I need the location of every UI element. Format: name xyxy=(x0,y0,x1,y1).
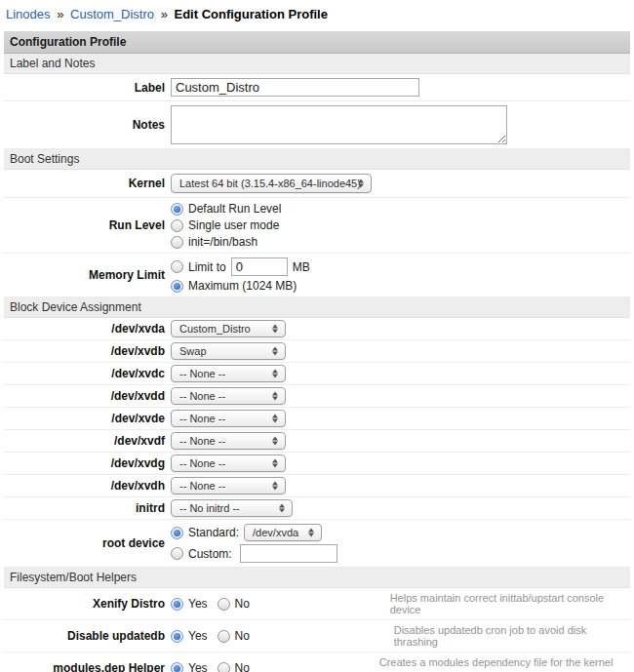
device-row-xvdh: /dev/xvdh -- None -- xyxy=(4,475,630,497)
run-level-single-user-radio[interactable] xyxy=(171,219,183,232)
xvda-select[interactable]: Custom_Distro xyxy=(171,320,286,337)
initrd-select[interactable]: -- No initrd -- xyxy=(171,499,293,517)
xvdd-field-label: /dev/xvdd xyxy=(4,389,165,403)
helper-row-modules-dep: modules.dep Helper Yes No Creates a modu… xyxy=(4,652,630,672)
disable-updatedb-no-radio[interactable] xyxy=(218,630,230,643)
select-stepper-icon xyxy=(272,370,279,378)
notes-row: Notes xyxy=(4,101,630,149)
breadcrumb: Linodes » Custom_Distro » Edit Configura… xyxy=(4,4,630,31)
memory-limit-field-label: Memory Limit xyxy=(4,268,165,282)
disable-updatedb-yes-label[interactable]: Yes xyxy=(188,629,208,643)
xvdh-select-value: -- None -- xyxy=(179,480,225,492)
root-standard-label[interactable]: Standard: xyxy=(188,526,239,539)
kernel-field-label: Kernel xyxy=(4,177,165,190)
run-level-single-user-label[interactable]: Single user mode xyxy=(188,218,279,232)
xenify-distro-field-label: Xenify Distro xyxy=(4,597,165,611)
device-row-xvdc: /dev/xvdc -- None -- xyxy=(4,363,630,385)
xenify-distro-yes-radio[interactable] xyxy=(171,598,183,611)
run-level-default-label[interactable]: Default Run Level xyxy=(188,202,281,216)
select-stepper-icon xyxy=(272,347,279,356)
xvde-select[interactable]: -- None -- xyxy=(171,410,286,427)
xvdb-field-label: /dev/xvdb xyxy=(4,344,165,358)
xvdc-select[interactable]: -- None -- xyxy=(171,365,286,382)
xvde-field-label: /dev/xvde xyxy=(4,412,165,425)
xvdf-field-label: /dev/xvdf xyxy=(4,434,165,448)
modules-dep-no-radio[interactable] xyxy=(218,662,230,672)
xvdb-select[interactable]: Swap xyxy=(171,342,286,360)
device-row-xvda: /dev/xvda Custom_Distro xyxy=(4,318,630,340)
root-standard-radio[interactable] xyxy=(171,527,183,539)
breadcrumb-link-linodes[interactable]: Linodes xyxy=(6,7,51,21)
select-stepper-icon xyxy=(272,415,279,423)
modules-dep-yes-label[interactable]: Yes xyxy=(188,661,208,672)
memory-maximum-radio[interactable] xyxy=(171,280,183,293)
device-row-xvdd: /dev/xvdd -- None -- xyxy=(4,385,630,408)
config-profile-header: Configuration Profile xyxy=(4,31,630,54)
disable-updatedb-yes-radio[interactable] xyxy=(171,630,183,643)
xvdf-select[interactable]: -- None -- xyxy=(171,432,286,450)
select-stepper-icon xyxy=(272,392,279,401)
page: Linodes » Custom_Distro » Edit Configura… xyxy=(0,0,634,672)
modules-dep-field-label: modules.dep Helper xyxy=(4,661,165,672)
device-row-xvde: /dev/xvde -- None -- xyxy=(4,408,630,430)
xvdh-select[interactable]: -- None -- xyxy=(171,477,286,494)
page-title: Edit Configuration Profile xyxy=(174,7,327,21)
select-stepper-icon xyxy=(272,325,279,334)
initrd-select-value: -- No initrd -- xyxy=(179,502,240,514)
disable-updatedb-help-text: Disables updatedb cron job to avoid disk… xyxy=(394,624,630,648)
select-stepper-icon xyxy=(272,437,279,446)
run-level-init-bash-label[interactable]: init=/bin/bash xyxy=(188,235,258,249)
xvdg-select[interactable]: -- None -- xyxy=(171,455,286,472)
device-row-xvdf: /dev/xvdf -- None -- xyxy=(4,430,630,453)
disable-updatedb-no-label[interactable]: No xyxy=(235,629,250,643)
xvdf-select-value: -- None -- xyxy=(179,435,225,447)
breadcrumb-separator: » xyxy=(57,7,63,21)
xvdd-select[interactable]: -- None -- xyxy=(171,387,286,405)
modules-dep-help-text: Creates a modules dependency file for th… xyxy=(379,656,630,672)
section-header-label-and-notes: Label and Notes xyxy=(4,54,630,74)
modules-dep-no-label[interactable]: No xyxy=(235,661,250,672)
modules-dep-yes-radio[interactable] xyxy=(171,662,183,672)
root-custom-input[interactable] xyxy=(240,544,337,563)
select-stepper-icon xyxy=(272,482,279,491)
breadcrumb-link-custom-distro[interactable]: Custom_Distro xyxy=(70,7,154,21)
xvdc-field-label: /dev/xvdc xyxy=(4,367,165,380)
select-stepper-icon xyxy=(272,459,279,468)
xenify-distro-help-text: Helps maintain correct inittab/upstart c… xyxy=(390,592,630,615)
select-stepper-icon xyxy=(358,179,365,188)
xvdg-select-value: -- None -- xyxy=(179,457,225,469)
memory-limit-to-label[interactable]: Limit to xyxy=(188,260,226,274)
run-level-field-label: Run Level xyxy=(4,218,165,232)
memory-maximum-label[interactable]: Maximum (1024 MB) xyxy=(188,279,297,293)
xvda-field-label: /dev/xvda xyxy=(4,322,165,336)
run-level-default-radio[interactable] xyxy=(171,203,183,216)
label-input[interactable] xyxy=(171,78,419,97)
memory-limit-input[interactable] xyxy=(231,257,288,276)
xenify-distro-yes-label[interactable]: Yes xyxy=(188,597,208,611)
section-header-filesystem-boot-helpers: Filesystem/Boot Helpers xyxy=(4,568,630,588)
xvdd-select-value: -- None -- xyxy=(179,390,225,402)
helper-row-xenify-distro: Xenify Distro Yes No Helps maintain corr… xyxy=(4,588,630,620)
memory-limit-to-radio[interactable] xyxy=(171,260,183,273)
notes-field-label: Notes xyxy=(4,118,165,132)
xvde-select-value: -- None -- xyxy=(179,413,225,424)
root-custom-label[interactable]: Custom: xyxy=(188,547,232,561)
xvda-select-value: Custom_Distro xyxy=(179,323,251,335)
memory-limit-row: Memory Limit Limit to MB Maximum (1024 M… xyxy=(4,254,630,297)
kernel-select[interactable]: Latest 64 bit (3.15.4-x86_64-linode45) xyxy=(171,174,372,193)
notes-textarea[interactable] xyxy=(171,105,507,144)
disable-updatedb-field-label: Disable updatedb xyxy=(4,629,165,643)
memory-limit-unit: MB xyxy=(293,260,310,274)
label-row: Label xyxy=(4,74,630,101)
kernel-row: Kernel Latest 64 bit (3.15.4-x86_64-lino… xyxy=(4,170,630,198)
root-custom-radio[interactable] xyxy=(171,547,183,560)
root-device-select-value: /dev/xvda xyxy=(253,527,298,538)
xenify-distro-no-label[interactable]: No xyxy=(235,597,250,611)
run-level-init-bash-radio[interactable] xyxy=(171,236,183,249)
xenify-distro-no-radio[interactable] xyxy=(218,598,230,611)
device-row-xvdb: /dev/xvdb Swap xyxy=(4,340,630,363)
section-header-block-device-assignment: Block Device Assignment xyxy=(4,297,630,318)
helper-row-disable-updatedb: Disable updatedb Yes No Disables updated… xyxy=(4,620,630,652)
xvdb-select-value: Swap xyxy=(179,345,207,357)
root-device-select[interactable]: /dev/xvda xyxy=(244,524,322,541)
